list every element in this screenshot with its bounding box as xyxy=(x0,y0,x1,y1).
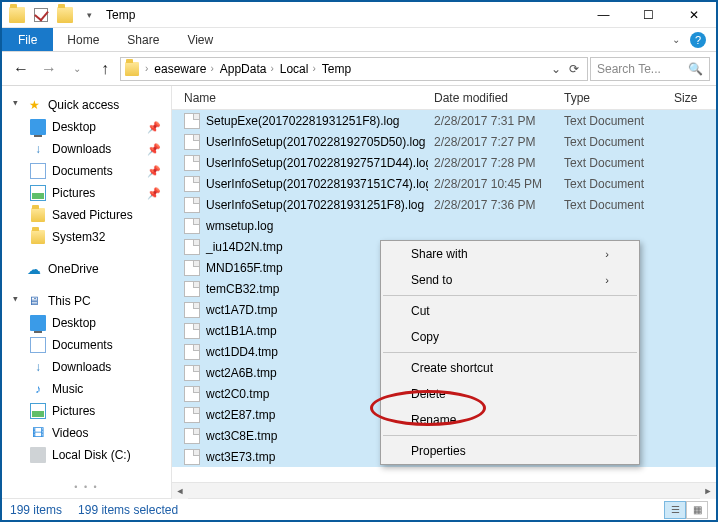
sidebar-item-label: Music xyxy=(52,382,83,396)
sidebar-item[interactable]: Documents xyxy=(8,334,165,356)
context-item[interactable]: Properties xyxy=(381,438,639,464)
sidebar-resize-handle[interactable]: • • • xyxy=(8,484,165,490)
file-type: Text Document xyxy=(558,177,668,191)
disk-icon xyxy=(30,447,46,463)
sidebar-item[interactable]: Local Disk (C:) xyxy=(8,444,165,466)
sidebar-onedrive[interactable]: ▸ ☁ OneDrive xyxy=(8,258,165,280)
sidebar-item[interactable]: Desktop📌 xyxy=(8,116,165,138)
sidebar-item[interactable]: System32 xyxy=(8,226,165,248)
minimize-button[interactable]: — xyxy=(581,2,626,28)
recent-locations-button[interactable]: ⌄ xyxy=(64,56,90,82)
search-placeholder: Search Te... xyxy=(597,62,661,76)
file-icon xyxy=(184,134,200,150)
sidebar-quick-access[interactable]: ▸ ★ Quick access xyxy=(8,94,165,116)
sidebar-item[interactable]: Documents📌 xyxy=(8,160,165,182)
ribbon-tabs: File Home Share View ⌄ ? xyxy=(2,28,716,52)
sidebar-item[interactable]: Desktop xyxy=(8,312,165,334)
file-name: SetupExe(201702281931251F8).log xyxy=(206,114,400,128)
column-type[interactable]: Type xyxy=(558,91,668,105)
maximize-button[interactable]: ☐ xyxy=(626,2,671,28)
file-type: Text Document xyxy=(558,198,668,212)
context-item[interactable]: Create shortcut xyxy=(381,355,639,381)
context-item[interactable]: Share with› xyxy=(381,241,639,267)
sidebar-item[interactable]: ↓Downloads📌 xyxy=(8,138,165,160)
forward-button[interactable]: → xyxy=(36,56,62,82)
ribbon-collapse-icon[interactable]: ⌄ xyxy=(672,34,680,45)
help-icon[interactable]: ? xyxy=(690,32,706,48)
details-view-button[interactable]: ☰ xyxy=(664,501,686,519)
file-icon xyxy=(184,407,200,423)
context-item[interactable]: Rename xyxy=(381,407,639,433)
pin-icon: 📌 xyxy=(147,121,161,134)
file-name: UserInfoSetup(201702281927571D44).log xyxy=(206,156,428,170)
context-separator xyxy=(383,435,637,436)
sidebar-item[interactable]: Pictures xyxy=(8,400,165,422)
file-row[interactable]: UserInfoSetup(201702281931251F8).log2/28… xyxy=(172,194,716,215)
downloads-icon: ↓ xyxy=(30,359,46,375)
qat-properties-icon[interactable] xyxy=(30,4,52,26)
breadcrumb[interactable]: Local› xyxy=(280,62,320,76)
sidebar-this-pc[interactable]: ▸ 🖥 This PC xyxy=(8,290,165,312)
sidebar-item[interactable]: Pictures📌 xyxy=(8,182,165,204)
up-button[interactable]: ↑ xyxy=(92,56,118,82)
thumbnails-view-button[interactable]: ▦ xyxy=(686,501,708,519)
address-dropdown-icon[interactable]: ⌄ xyxy=(551,62,561,76)
pin-icon: 📌 xyxy=(147,165,161,178)
scroll-right-icon[interactable]: ► xyxy=(700,483,716,499)
sidebar-item-label: Downloads xyxy=(52,360,111,374)
file-row[interactable]: UserInfoSetup(201702281927571D44).log2/2… xyxy=(172,152,716,173)
qat-dropdown-icon[interactable]: ▾ xyxy=(78,4,100,26)
status-bar: 199 items 199 items selected ☰ ▦ xyxy=(2,498,716,520)
file-row[interactable]: UserInfoSetup(201702281937151C74).log2/2… xyxy=(172,173,716,194)
sidebar-item-label: Desktop xyxy=(52,316,96,330)
file-row[interactable]: UserInfoSetup(20170228192705D50).log2/28… xyxy=(172,131,716,152)
close-button[interactable]: ✕ xyxy=(671,2,716,28)
tab-view[interactable]: View xyxy=(173,28,227,51)
column-size[interactable]: Size xyxy=(668,91,716,105)
context-item[interactable]: Delete xyxy=(381,381,639,407)
navigation-pane: ▸ ★ Quick access Desktop📌↓Downloads📌Docu… xyxy=(2,86,172,498)
file-row[interactable]: wmsetup.log xyxy=(172,215,716,236)
qat-newfolder-icon[interactable] xyxy=(54,4,76,26)
sidebar-item[interactable]: Saved Pictures xyxy=(8,204,165,226)
file-date: 2/28/2017 7:31 PM xyxy=(428,114,558,128)
file-name: UserInfoSetup(201702281931251F8).log xyxy=(206,198,424,212)
submenu-icon: › xyxy=(605,248,609,260)
file-tab[interactable]: File xyxy=(2,28,53,51)
folder-icon xyxy=(6,4,28,26)
breadcrumb[interactable]: easeware› xyxy=(154,62,217,76)
context-item-label: Copy xyxy=(411,330,439,344)
quick-access-toolbar: ▾ xyxy=(2,4,100,26)
downloads-icon: ↓ xyxy=(30,141,46,157)
pictures-icon xyxy=(30,185,46,201)
context-item[interactable]: Send to› xyxy=(381,267,639,293)
tab-share[interactable]: Share xyxy=(113,28,173,51)
back-button[interactable]: ← xyxy=(8,56,34,82)
breadcrumb[interactable]: Temp xyxy=(322,62,351,76)
file-date: 2/28/2017 7:28 PM xyxy=(428,156,558,170)
file-row[interactable]: SetupExe(201702281931251F8).log2/28/2017… xyxy=(172,110,716,131)
scroll-left-icon[interactable]: ◄ xyxy=(172,483,188,499)
address-bar[interactable]: › easeware› AppData› Local› Temp ⌄ ⟳ xyxy=(120,57,588,81)
column-name[interactable]: Name xyxy=(178,91,428,105)
context-item[interactable]: Copy xyxy=(381,324,639,350)
tab-home[interactable]: Home xyxy=(53,28,113,51)
context-item[interactable]: Cut xyxy=(381,298,639,324)
sidebar-item[interactable]: 🎞Videos xyxy=(8,422,165,444)
sidebar-item[interactable]: ↓Downloads xyxy=(8,356,165,378)
context-separator xyxy=(383,352,637,353)
column-date[interactable]: Date modified xyxy=(428,91,558,105)
sidebar-item[interactable]: ♪Music xyxy=(8,378,165,400)
file-name: wct1A7D.tmp xyxy=(206,303,277,317)
horizontal-scrollbar[interactable]: ◄ ► xyxy=(172,482,716,498)
search-input[interactable]: Search Te... 🔍 xyxy=(590,57,710,81)
file-icon xyxy=(184,449,200,465)
address-folder-icon xyxy=(125,62,139,76)
breadcrumb[interactable]: AppData› xyxy=(220,62,278,76)
file-icon xyxy=(184,428,200,444)
documents-icon xyxy=(30,337,46,353)
refresh-icon[interactable]: ⟳ xyxy=(569,62,579,76)
file-icon xyxy=(184,113,200,129)
pin-icon: 📌 xyxy=(147,187,161,200)
file-icon xyxy=(184,155,200,171)
